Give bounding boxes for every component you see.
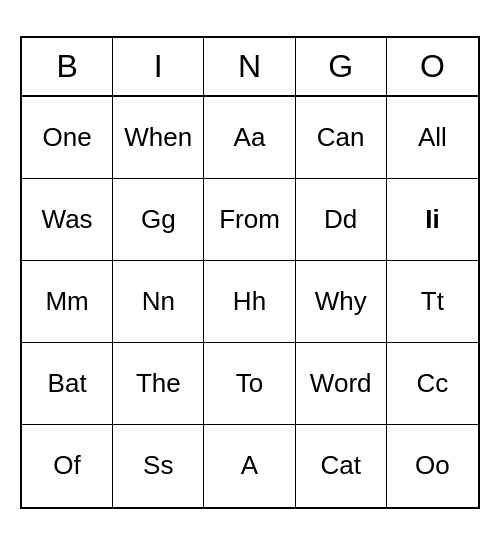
bingo-cell-r0-c2: Aa <box>204 97 295 179</box>
header-letter-n: N <box>204 38 295 95</box>
bingo-cell-r4-c3: Cat <box>296 425 387 507</box>
bingo-cell-r0-c4: All <box>387 97 478 179</box>
bingo-cell-r3-c3: Word <box>296 343 387 425</box>
header-letter-i: I <box>113 38 204 95</box>
bingo-cell-r1-c2: From <box>204 179 295 261</box>
bingo-cell-r1-c1: Gg <box>113 179 204 261</box>
bingo-grid: OneWhenAaCanAllWasGgFromDdIiMmNnHhWhyTtB… <box>22 97 478 507</box>
bingo-cell-r4-c0: Of <box>22 425 113 507</box>
bingo-cell-r2-c1: Nn <box>113 261 204 343</box>
bingo-cell-r2-c2: Hh <box>204 261 295 343</box>
header-letter-o: O <box>387 38 478 95</box>
bingo-cell-r3-c4: Cc <box>387 343 478 425</box>
bingo-cell-r3-c0: Bat <box>22 343 113 425</box>
bingo-cell-r4-c2: A <box>204 425 295 507</box>
bingo-cell-r1-c0: Was <box>22 179 113 261</box>
bingo-header: BINGO <box>22 38 478 97</box>
bingo-cell-r3-c1: The <box>113 343 204 425</box>
bingo-cell-r0-c3: Can <box>296 97 387 179</box>
bingo-cell-r0-c1: When <box>113 97 204 179</box>
bingo-cell-r2-c0: Mm <box>22 261 113 343</box>
bingo-cell-r3-c2: To <box>204 343 295 425</box>
bingo-cell-r2-c4: Tt <box>387 261 478 343</box>
bingo-cell-r1-c3: Dd <box>296 179 387 261</box>
bingo-cell-r0-c0: One <box>22 97 113 179</box>
header-letter-b: B <box>22 38 113 95</box>
header-letter-g: G <box>296 38 387 95</box>
bingo-cell-r1-c4: Ii <box>387 179 478 261</box>
bingo-cell-r2-c3: Why <box>296 261 387 343</box>
bingo-cell-r4-c1: Ss <box>113 425 204 507</box>
bingo-cell-r4-c4: Oo <box>387 425 478 507</box>
bingo-card: BINGO OneWhenAaCanAllWasGgFromDdIiMmNnHh… <box>20 36 480 509</box>
